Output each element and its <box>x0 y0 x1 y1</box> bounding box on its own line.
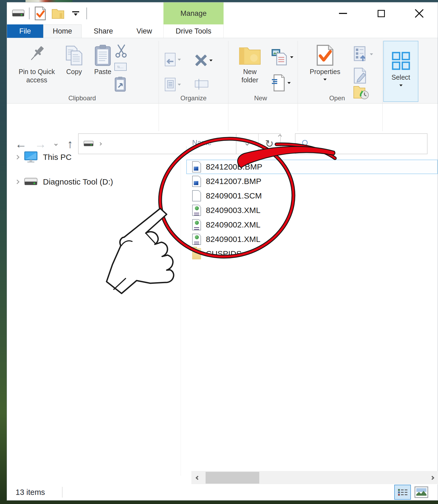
file-name: CUSPIDS <box>206 249 242 258</box>
cut-button[interactable] <box>114 44 128 58</box>
rename-icon <box>195 80 208 87</box>
expander-chevron-icon[interactable] <box>15 155 20 160</box>
edit-icon <box>353 68 367 84</box>
tab-view[interactable]: View <box>125 24 163 38</box>
maximize-button[interactable] <box>370 5 393 21</box>
edit-button[interactable] <box>353 68 367 84</box>
scroll-right-arrow[interactable] <box>426 471 438 484</box>
minimize-icon <box>339 13 347 14</box>
tab-view-label: View <box>136 27 152 35</box>
thumbnail-view-icon <box>414 486 428 498</box>
manage-contextual-tab[interactable]: Manage <box>163 2 224 24</box>
expander-chevron-icon[interactable] <box>15 180 20 184</box>
tab-file-label: File <box>19 27 31 35</box>
properties-dropdown-icon <box>323 79 327 80</box>
folder-icon <box>192 248 201 259</box>
close-button[interactable] <box>408 5 431 21</box>
copy-label: Copy <box>66 68 82 76</box>
tab-share-label: Share <box>94 27 113 35</box>
scrollbar-thumb[interactable] <box>206 472 259 484</box>
properties-label: Properties <box>310 68 340 76</box>
this-pc-monitor-icon <box>24 151 38 163</box>
customize-qat-dropdown[interactable] <box>69 6 83 21</box>
file-row[interactable]: 82409001.SCM <box>186 189 438 203</box>
file-name: 82409003.XML <box>206 206 261 215</box>
tab-drive-tools-label: Drive Tools <box>176 27 211 35</box>
qat-dropdown-arrow-icon <box>74 13 78 16</box>
ribbon: Pin to Quick access Copy <box>7 38 438 104</box>
rename-button[interactable] <box>195 80 208 87</box>
move-to-dropdown-icon <box>178 59 181 61</box>
open-icon <box>353 46 368 62</box>
new-folder-button[interactable]: Newfolder <box>234 41 266 84</box>
paste-label: Paste <box>94 68 111 76</box>
details-view-button[interactable] <box>394 485 411 500</box>
ribbon-separator <box>382 41 383 136</box>
delete-dropdown-icon <box>209 60 213 61</box>
copy-path-button[interactable]: \\... <box>114 63 127 71</box>
organize-group-label: Organize <box>164 94 223 102</box>
drive-icon[interactable] <box>11 6 25 21</box>
select-label: Select <box>392 73 410 81</box>
tab-home[interactable]: Home <box>43 24 82 38</box>
file-row[interactable]: 82409003.XML <box>186 203 438 218</box>
open-button[interactable] <box>353 46 373 62</box>
copy-button[interactable]: Copy <box>61 41 87 76</box>
select-dropdown-icon <box>399 84 403 86</box>
copy-to-dropdown-icon <box>178 84 181 86</box>
file-row[interactable]: CUSPIDS <box>186 247 438 261</box>
address-bar-controls: ↻ <box>236 133 281 154</box>
file-name: 82409001.SCM <box>206 191 262 200</box>
file-icon-scm <box>192 190 201 201</box>
tab-drive-tools[interactable]: Drive Tools <box>163 24 224 38</box>
easy-access-button[interactable] <box>271 49 293 65</box>
ribbon-separator <box>159 41 159 136</box>
file-name: 82409001.XML <box>206 235 261 244</box>
file-icon-bmp <box>192 161 201 172</box>
address-dropdown-button[interactable] <box>236 134 258 154</box>
qat-dropdown-bar <box>72 11 79 12</box>
breadcrumb-chevron-icon <box>98 142 102 146</box>
file-row[interactable]: 82409001.XML <box>186 232 438 247</box>
file-row[interactable]: 82412007.BMP <box>186 174 438 189</box>
delete-button[interactable] <box>195 54 213 67</box>
thumbnail-view-button[interactable] <box>413 485 430 500</box>
address-drive-icon <box>83 141 94 147</box>
new-folder-quick-icon[interactable] <box>51 6 65 21</box>
search-input[interactable] <box>313 139 427 148</box>
ribbon-separator <box>228 41 228 136</box>
tab-file[interactable]: File <box>7 24 43 38</box>
horizontal-scrollbar[interactable] <box>191 471 438 484</box>
sort-ascending-caret-icon[interactable] <box>279 134 281 139</box>
refresh-button[interactable]: ↻ <box>258 134 280 154</box>
close-icon <box>415 9 424 18</box>
move-to-button[interactable] <box>165 53 181 66</box>
sidebar-item-diagnostic-tool[interactable]: Diagnostic Tool (D:) <box>7 174 173 190</box>
file-rows: 8241200B.BMP 82412007.BMP 82409001.SCM 8… <box>186 160 438 261</box>
properties-button[interactable]: Properties <box>304 41 346 80</box>
easy-access-dropdown-icon <box>290 56 293 58</box>
maximize-icon <box>378 10 385 17</box>
sidebar-item-this-pc[interactable]: This PC <box>7 149 173 165</box>
properties-quick-icon[interactable] <box>33 6 47 21</box>
file-row[interactable]: 8241200B.BMP <box>186 160 438 174</box>
file-row[interactable]: 82409002.XML <box>186 218 438 232</box>
copy-to-button[interactable] <box>165 78 181 91</box>
copy-path-icon: \\... <box>114 63 127 71</box>
pin-to-quick-access-button[interactable]: Pin to Quick access <box>14 41 60 84</box>
tab-share[interactable]: Share <box>82 24 125 38</box>
file-icon-xml <box>192 219 201 230</box>
select-button[interactable]: Select <box>383 41 418 102</box>
new-item-button[interactable] <box>271 74 291 91</box>
paste-button[interactable]: Paste <box>89 41 117 76</box>
main-content: This PC Diagnostic Tool (D:) Name 824120… <box>7 157 438 484</box>
column-header-name[interactable]: Name <box>192 139 211 147</box>
title-bar: Manage <box>7 2 438 24</box>
scroll-left-arrow[interactable] <box>191 471 204 484</box>
minimize-button[interactable] <box>331 5 355 21</box>
paste-shortcut-button[interactable] <box>114 76 126 92</box>
search-box[interactable] <box>295 133 428 154</box>
folder-icon <box>52 8 64 19</box>
drive-icon <box>24 178 38 186</box>
file-name: 82409002.XML <box>206 220 261 229</box>
